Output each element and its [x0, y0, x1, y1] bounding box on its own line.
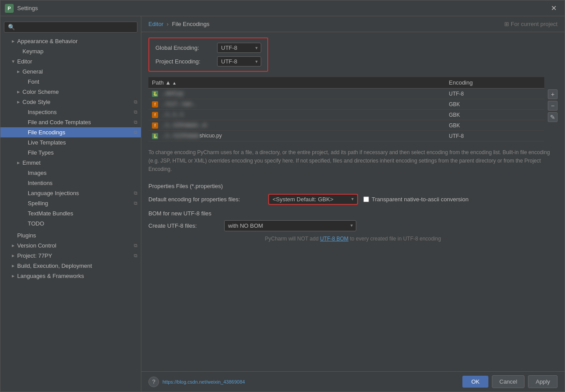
bom-create-label: Create UTF-8 files:	[148, 222, 219, 229]
table-row[interactable]: f ...\\...\\23\\data\\...xt GBK	[148, 120, 544, 131]
bom-note-link[interactable]: UTF-8 BOM	[320, 236, 349, 242]
arrow-icon: ►	[16, 100, 22, 104]
table-row[interactable]: 🐍 ...der0.py UTF-8	[148, 89, 544, 99]
bom-note: PyCharm will NOT add UTF-8 BOM to every …	[148, 236, 558, 242]
arrow-icon: ►	[11, 243, 17, 248]
sidebar-item-file-encodings[interactable]: File Encodings ⧉	[0, 127, 141, 137]
path-blurred: ...der0.py	[161, 90, 183, 96]
sidebar-item-label: Live Templates	[28, 139, 137, 146]
sidebar-item-emmet[interactable]: ► Emmet	[0, 158, 141, 168]
sidebar-item-label: Color Scheme	[22, 89, 137, 95]
transparent-conversion-checkbox[interactable]	[363, 196, 369, 202]
global-encoding-wrapper: UTF-8 GBK ISO-8859-1	[217, 43, 261, 53]
default-encoding-label: Default encoding for properties files:	[148, 196, 263, 203]
sidebar-item-images[interactable]: Images	[0, 168, 141, 178]
sidebar-item-todo[interactable]: TODO	[0, 218, 141, 229]
arrow-icon: ►	[16, 69, 22, 74]
sidebar-item-intentions[interactable]: Intentions	[0, 178, 141, 188]
path-blurred: ...\\...\\...\\	[161, 111, 183, 118]
sidebar-item-code-style[interactable]: ► Code Style ⧉	[0, 97, 141, 107]
arrow-icon: ▼	[11, 59, 17, 64]
path-blurred: ...\\...\\123\\data\	[161, 133, 199, 139]
settings-window: P Settings ✕ 🔍 ► Appearance & Behavior K…	[0, 0, 565, 392]
table-row[interactable]: f ...\\117...\\ain... GBK	[148, 99, 544, 110]
sidebar-item-textmate-bundles[interactable]: TextMate Bundles	[0, 208, 141, 218]
sidebar-item-live-templates[interactable]: Live Templates	[0, 137, 141, 148]
sidebar-item-label: Languages & Frameworks	[17, 273, 137, 279]
sidebar-item-label: Images	[28, 170, 137, 176]
file-path-cell: f ...\\117...\\ain...	[148, 99, 445, 110]
sidebar-item-file-code-templates[interactable]: File and Code Templates ⧉	[0, 117, 141, 127]
sidebar-item-label: Build, Execution, Deployment	[17, 263, 137, 269]
copy-icon: ⧉	[134, 200, 137, 206]
sidebar-item-file-types[interactable]: File Types	[0, 148, 141, 158]
bom-note-prefix: PyCharm will NOT add	[265, 236, 320, 242]
global-encoding-select[interactable]: UTF-8 GBK ISO-8859-1	[217, 43, 261, 53]
sidebar-item-plugins[interactable]: Plugins	[0, 230, 141, 240]
table-row[interactable]: f ...\\...\\...\\ GBK	[148, 110, 544, 120]
sidebar-item-languages-frameworks[interactable]: ► Languages & Frameworks	[0, 271, 141, 281]
copy-icon: ⧉	[134, 129, 137, 135]
sidebar-item-appearance[interactable]: ► Appearance & Behavior	[0, 36, 141, 46]
sidebar-item-project[interactable]: ► Project: 77PY ⧉	[0, 251, 141, 261]
breadcrumb-current: File Encodings	[172, 21, 210, 27]
sidebar-item-label: Keymap	[22, 48, 137, 55]
sidebar-item-label: General	[22, 68, 137, 75]
url-note: https://blog.csdn.net/weixin_43869084	[162, 379, 245, 385]
sidebar-item-font[interactable]: Font	[0, 77, 141, 87]
file-icon: f	[152, 101, 158, 107]
breadcrumb: Editor › File Encodings ⊞ For current pr…	[141, 16, 565, 32]
panel-body: Global Encoding: UTF-8 GBK ISO-8859-1 Pr…	[141, 32, 565, 371]
path-column-header[interactable]: Path ▲	[148, 77, 445, 89]
file-encoding-table: Path ▲ Encoding 🐍 ...der0.py UTF-8	[148, 77, 544, 141]
add-row-button[interactable]: +	[548, 89, 558, 99]
close-button[interactable]: ✕	[547, 2, 560, 14]
cancel-button[interactable]: Cancel	[492, 375, 524, 388]
ok-button[interactable]: OK	[462, 376, 488, 388]
sidebar-item-language-injections[interactable]: Language Injections ⧉	[0, 188, 141, 198]
sidebar-item-build-execution[interactable]: ► Build, Execution, Deployment	[0, 261, 141, 271]
info-text: To change encoding PyCharm uses for a fi…	[148, 148, 558, 174]
window-title: Settings	[17, 5, 547, 11]
default-encoding-select-wrapper: <System Default: GBK> UTF-8 GBK	[268, 194, 358, 205]
sidebar-item-spelling[interactable]: Spelling ⧉	[0, 198, 141, 208]
arrow-icon: ►	[11, 39, 17, 44]
sidebar-item-label: Spelling	[28, 200, 132, 207]
file-path-cell: f ...\\...\\...\\	[148, 110, 445, 120]
transparent-conversion-label: Transparent native-to-ascii conversion	[372, 196, 469, 203]
path-visible: shicuo.py	[199, 133, 222, 139]
remove-row-button[interactable]: −	[548, 101, 558, 111]
app-icon: P	[5, 4, 14, 13]
properties-row: Default encoding for properties files: <…	[148, 194, 558, 205]
main-content: 🔍 ► Appearance & Behavior Keymap ▼ Edito…	[0, 16, 565, 392]
project-encoding-wrapper: UTF-8 GBK ISO-8859-1	[217, 56, 261, 67]
arrow-icon: ►	[11, 274, 17, 278]
arrow-icon: ►	[16, 89, 22, 94]
project-encoding-select[interactable]: UTF-8 GBK ISO-8859-1	[217, 56, 261, 67]
help-button[interactable]: ?	[148, 377, 159, 387]
sidebar-item-color-scheme[interactable]: ► Color Scheme	[0, 87, 141, 97]
sidebar-item-label: Font	[28, 78, 137, 85]
sidebar-item-label: File Encodings	[28, 129, 132, 136]
sidebar-item-inspections[interactable]: Inspections ⧉	[0, 107, 141, 117]
copy-icon: ⧉	[134, 109, 137, 115]
search-input[interactable]	[17, 24, 133, 30]
sidebar-item-editor[interactable]: ▼ Editor	[0, 56, 141, 67]
sidebar-item-keymap[interactable]: Keymap	[0, 46, 141, 56]
table-row[interactable]: 🐍 ...\\...\\123\\data\shicuo.py UTF-8	[148, 131, 544, 141]
bottom-left: ? https://blog.csdn.net/weixin_43869084	[148, 377, 245, 387]
bom-create-select[interactable]: with NO BOM with BOM	[224, 220, 356, 231]
sidebar-item-label: TextMate Bundles	[28, 210, 137, 217]
encoding-cell: UTF-8	[445, 89, 544, 99]
path-blurred: ...\\...\\23\\data\\...xt	[161, 122, 207, 128]
bom-section-title: BOM for new UTF-8 files	[148, 210, 558, 217]
edit-row-button[interactable]: ✎	[548, 112, 558, 122]
apply-button[interactable]: Apply	[528, 375, 558, 388]
default-encoding-select[interactable]: <System Default: GBK> UTF-8 GBK	[269, 195, 357, 204]
breadcrumb-editor[interactable]: Editor	[148, 21, 163, 27]
encoding-column-header[interactable]: Encoding	[445, 77, 544, 89]
search-box[interactable]: 🔍	[4, 22, 137, 33]
sidebar-item-version-control[interactable]: ► Version Control ⧉	[0, 240, 141, 251]
sidebar-item-general[interactable]: ► General	[0, 67, 141, 77]
py-file-icon: 🐍	[152, 91, 158, 97]
